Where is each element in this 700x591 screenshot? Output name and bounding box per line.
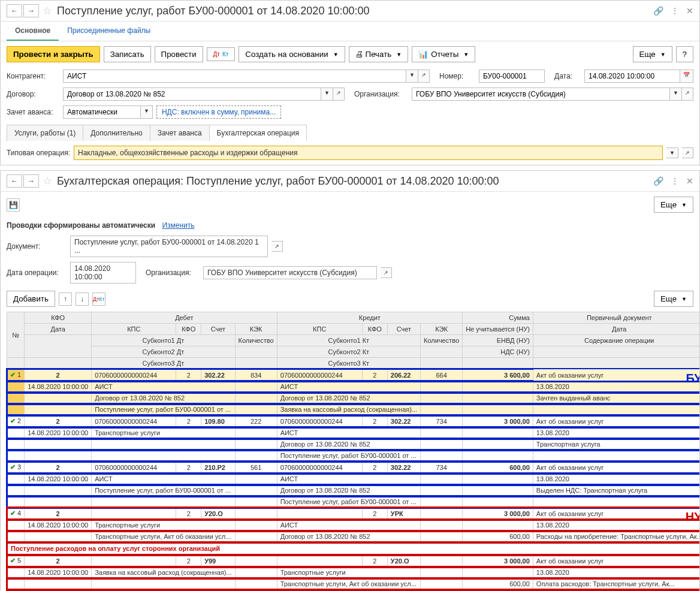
table-row[interactable]: Договор от 13.08.2020 № 852 Транспортная… (7, 439, 700, 450)
calendar-icon[interactable]: 📅 (680, 70, 693, 83)
vat-link[interactable]: НДС: включен в сумму, принима... (156, 105, 281, 119)
table-row[interactable]: 14.08.2020 10:00:00 Транспортные услуги … (7, 520, 700, 531)
col-kfo: КФО (176, 324, 201, 335)
dropdown-icon[interactable]: ▼ (321, 88, 333, 101)
close-icon[interactable]: ✕ (686, 6, 693, 16)
more-button[interactable]: Еще▼ (633, 46, 672, 62)
post-button[interactable]: Провести (155, 46, 203, 62)
col-date: Дата (533, 324, 699, 335)
open-icon[interactable]: ↗ (381, 267, 392, 278)
inner-tabs: Услуги, работы (1) Дополнительно Зачет а… (1, 121, 699, 141)
toolbar: Провести и закрыть Записать Провести ДтК… (1, 41, 699, 67)
post-close-button[interactable]: Провести и закрыть (7, 46, 100, 62)
table-row[interactable]: ✔ 1 2 070600000000002442302.22834 070600… (7, 369, 700, 381)
dtkt-icon-button[interactable]: ДтКт (92, 293, 105, 306)
nav-forward-button[interactable]: → (23, 174, 39, 188)
nav-forward-button[interactable]: → (23, 4, 39, 17)
table-row[interactable]: ✔ 2 2 070600000000002442109.80222 070600… (7, 415, 700, 427)
col-sub2dt: Субконто2 Дт (92, 346, 235, 358)
link-icon[interactable]: 🔗 (653, 6, 663, 16)
nav-back-button[interactable]: ← (7, 174, 22, 188)
table-row[interactable]: Транспортные услуги, Акт об оказании усл… (7, 578, 700, 590)
more-button[interactable]: Еще▼ (654, 291, 693, 307)
prepay-field[interactable] (63, 105, 141, 119)
open-icon[interactable]: ↗ (682, 147, 693, 158)
save-button[interactable]: Записать (104, 46, 151, 62)
accounting-operation-window: ← → ☆ Бухгалтерская операция: Поступлени… (0, 170, 700, 591)
dropdown-icon[interactable]: ▼ (406, 70, 418, 83)
create-from-button[interactable]: Создать на основании▼ (239, 46, 345, 62)
table-row[interactable]: Поступление услуг, работ БУ00-000001 от … (7, 450, 700, 462)
tab-attached[interactable]: Присоединенные файлы (59, 22, 159, 41)
col-nds: НДС (НУ) (463, 346, 533, 358)
tab-main[interactable]: Основное (7, 22, 59, 41)
number-label: Номер: (439, 72, 475, 80)
open-icon[interactable]: ↗ (333, 88, 345, 101)
link-icon[interactable]: 🔗 (653, 176, 663, 186)
dropdown-icon[interactable]: ▼ (666, 147, 678, 158)
contractor-label: Контрагент: (7, 72, 59, 80)
add-button[interactable]: Добавить (7, 291, 55, 307)
prepay-label: Зачет аванса: (7, 108, 59, 116)
open-icon[interactable]: ↗ (418, 70, 430, 83)
col-credit: Кредит (277, 312, 463, 324)
document-window: ← → ☆ Поступление услуг, работ БУ00-0000… (0, 0, 700, 165)
col-qty: Количество (235, 335, 277, 346)
document-label: Документ: (7, 242, 67, 251)
move-up-button[interactable]: ↑ (59, 293, 72, 306)
date-label: Дата: (554, 72, 581, 80)
close-icon[interactable]: ✕ (686, 176, 693, 186)
table-row[interactable]: ✔ 5 2 2У99 2У20.О 3 000,00 Акт об оказан… (7, 555, 700, 567)
reports-button[interactable]: 📊 Отчеты▼ (412, 46, 475, 62)
date-field[interactable] (584, 70, 680, 83)
dropdown-icon[interactable]: ▼ (670, 88, 682, 101)
table-row[interactable]: Поступление услуг, работ БУ00-000001 от … (7, 485, 700, 496)
dtkt-icon-button[interactable]: ДтКт (207, 47, 236, 61)
nav-back-button[interactable]: ← (7, 4, 22, 17)
menu-icon[interactable]: ⋮ (671, 176, 679, 186)
col-sub2kt: Субконто2 Кт (277, 346, 420, 358)
entries-table[interactable]: № КФО Дебет Кредит Сумма Первичный докум… (7, 312, 699, 591)
col-envd: ЕНВД (НУ) (463, 335, 533, 346)
col-primdoc: Первичный документ (533, 312, 699, 324)
tab-services[interactable]: Услуги, работы (1) (7, 125, 83, 141)
change-link[interactable]: Изменить (162, 221, 194, 230)
document-field[interactable]: Поступление услуг, работ БУ00-000001 от … (70, 236, 268, 257)
table-row[interactable]: Поступление услуг, работ БУ00-000001 от … (7, 404, 700, 415)
col-account: Счет (201, 324, 235, 335)
table-row[interactable]: Транспортные услуги, Акт об оказании усл… (7, 531, 700, 542)
tab-additional[interactable]: Дополнительно (83, 125, 150, 141)
open-icon[interactable]: ↗ (682, 88, 693, 101)
table-row[interactable]: ✔ 4 2 2У20.О 2УРК 3 000,00 Акт об оказан… (7, 508, 700, 520)
number-field[interactable] (479, 70, 545, 83)
dropdown-icon[interactable]: ▼ (141, 105, 153, 119)
col-debit: Дебет (92, 312, 277, 324)
org-field[interactable]: ГОБУ ВПО Университет искусств (Субсидия) (203, 266, 377, 279)
check-icon: ✔ (10, 509, 16, 517)
org-label: Организация: (354, 90, 408, 98)
print-button[interactable]: 🖨 Печать▼ (349, 46, 409, 62)
help-button[interactable]: ? (676, 46, 693, 62)
table-row[interactable]: 14.08.2020 10:00:00 АИСТ АИСТ 13.08.2020 (7, 381, 700, 393)
table-row[interactable]: Договор от 13.08.2020 № 852 Договор от 1… (7, 393, 700, 404)
col-sub3kt: Субконто3 Кт (277, 358, 420, 369)
table-row[interactable]: 14.08.2020 10:00:00 Заявка на кассовый р… (7, 567, 700, 578)
col-sum: Сумма (463, 312, 533, 324)
table-row[interactable]: 14.08.2020 10:00:00 Транспортные услуги … (7, 427, 700, 439)
star-icon[interactable]: ☆ (43, 4, 52, 17)
save-icon-button[interactable]: 💾 (7, 198, 20, 212)
menu-icon[interactable]: ⋮ (671, 6, 679, 16)
more-button[interactable]: Еще▼ (654, 197, 693, 213)
org-field[interactable] (412, 88, 670, 101)
tab-prepay[interactable]: Зачет аванса (150, 125, 210, 141)
open-icon[interactable]: ↗ (271, 241, 283, 252)
tab-acc-op[interactable]: Бухгалтерская операция (209, 125, 307, 141)
star-icon[interactable]: ☆ (43, 174, 52, 188)
typical-op-field[interactable]: Накладные, общехозяйственные расходы и и… (74, 146, 663, 160)
table-row[interactable]: Поступление услуг, работ БУ00-000001 от … (7, 496, 700, 508)
contractor-field[interactable] (63, 70, 406, 83)
table-row[interactable]: ✔ 3 2 070600000000002442210.Р2561 070600… (7, 462, 700, 474)
move-down-button[interactable]: ↓ (76, 293, 89, 306)
table-row[interactable]: 14.08.2020 10:00:00 АИСТ АИСТ 13.08.2020 (7, 474, 700, 485)
contract-field[interactable] (63, 88, 321, 101)
